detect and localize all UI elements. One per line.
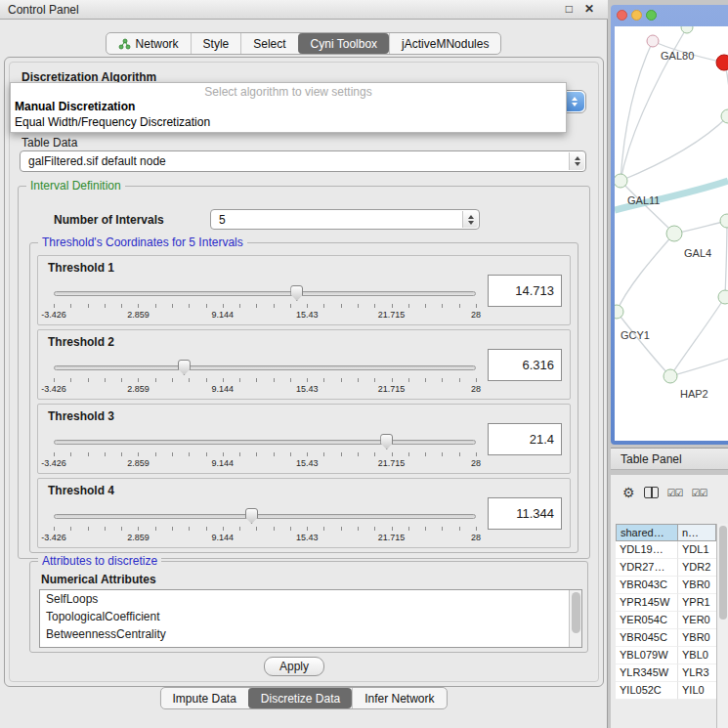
apply-button[interactable]: Apply [264, 657, 324, 676]
cell-shared-name[interactable]: YPR145W [616, 594, 678, 612]
threshold-4-value-field[interactable]: 11.344 [488, 497, 562, 530]
scrollbar-thumb[interactable] [719, 526, 727, 620]
table-scrollbar[interactable] [716, 524, 728, 728]
table-row[interactable]: YBR045C YBR0 [616, 629, 716, 647]
column-header-shared-name[interactable]: shared… [616, 524, 678, 541]
table-data-combobox[interactable]: galFiltered.sif default node [20, 150, 586, 172]
network-canvas[interactable]: GAL80 GAL11 GAL4 GCY1 HAP2 [615, 26, 728, 441]
table-row[interactable]: YLR345W YLR3 [616, 664, 716, 682]
zoom-traffic-light-icon[interactable] [646, 10, 657, 21]
scrollbar-thumb[interactable] [572, 592, 580, 633]
slider-track[interactable] [54, 440, 476, 445]
table-row[interactable]: YER054C YER0 [616, 612, 716, 629]
network-node-hap2[interactable] [664, 369, 677, 383]
tab-select[interactable]: Select [240, 33, 297, 54]
cell-shared-name[interactable]: YLR345W [616, 664, 678, 682]
tab-infer-network[interactable]: Infer Network [352, 688, 446, 708]
popup-option-manual-discretization[interactable]: Manual Discretization [11, 99, 566, 114]
cell-name[interactable]: YER0 [678, 612, 716, 629]
numerical-attributes-list[interactable]: SelfLoops TopologicalCoefficient Between… [39, 589, 582, 648]
combobox-stepper-icon[interactable] [462, 211, 478, 228]
list-item[interactable]: SelfLoops [40, 590, 581, 608]
table-row[interactable]: YDL19… YDL1 [616, 541, 716, 559]
threshold-4-slider[interactable] [54, 508, 476, 525]
control-panel-titlebar[interactable]: Control Panel □ ✕ [0, 0, 608, 20]
cell-name[interactable]: YDR2 [678, 559, 716, 577]
slider-track[interactable] [54, 514, 476, 519]
threshold-2-label: Threshold 2 [48, 335, 114, 349]
slider-thumb[interactable] [290, 285, 303, 301]
tab-cyni-toolbox[interactable]: Cyni Toolbox [298, 33, 389, 54]
table-row[interactable]: YDR27… YDR2 [616, 559, 716, 577]
select-all-checkboxes-icon[interactable]: ☑☑ [667, 488, 683, 498]
tab-select-label: Select [253, 37, 285, 51]
number-of-intervals-combobox[interactable]: 5 [210, 209, 480, 230]
list-scrollbar[interactable] [569, 590, 581, 647]
cell-name[interactable]: YDL1 [678, 541, 716, 559]
slider-track[interactable] [54, 291, 476, 296]
slider-thumb[interactable] [245, 508, 258, 524]
tab-impute-data[interactable]: Impute Data [160, 688, 247, 708]
column-header-name[interactable]: n… [678, 524, 716, 541]
table-panel-header[interactable]: Table Panel [611, 448, 728, 470]
table-panel-title: Table Panel [621, 452, 682, 466]
columns-icon[interactable] [644, 487, 659, 498]
scale-label: 21.715 [378, 384, 406, 394]
cell-name[interactable]: YIL0 [678, 682, 716, 700]
network-node-gal4[interactable] [666, 226, 682, 241]
network-node[interactable] [718, 290, 728, 304]
threshold-3-value-field[interactable]: 21.4 [488, 423, 562, 455]
network-graph[interactable] [615, 26, 728, 441]
close-window-icon[interactable]: ✕ [584, 2, 594, 16]
network-node-gcy1[interactable] [615, 305, 623, 319]
minimize-traffic-light-icon[interactable] [631, 10, 642, 21]
tab-style[interactable]: Style [191, 33, 241, 54]
slider-track[interactable] [54, 365, 476, 370]
cell-name[interactable]: YLR3 [678, 664, 716, 682]
slider-thumb[interactable] [178, 360, 191, 375]
tab-jactivemodules[interactable]: jActiveMNodules [389, 33, 500, 54]
popup-option-equal-width-frequency[interactable]: Equal Width/Frequency Discretization [11, 114, 566, 130]
cell-shared-name[interactable]: YDL19… [616, 541, 678, 559]
cell-name[interactable]: YPR1 [678, 594, 716, 612]
network-node-gal11[interactable] [615, 174, 627, 188]
select-none-checkboxes-icon[interactable]: ☑☑ [692, 488, 707, 498]
threshold-2-value-field[interactable]: 6.316 [488, 349, 562, 381]
tab-discretize-data-label: Discretize Data [261, 692, 340, 706]
table-row[interactable]: YBL079W YBL0 [616, 647, 716, 664]
cell-shared-name[interactable]: YBR043C [616, 577, 678, 594]
network-node-gal80[interactable] [647, 35, 659, 47]
cell-name[interactable]: YBR0 [678, 629, 716, 647]
table-data-selected-value: galFiltered.sif default node [28, 154, 166, 168]
tab-discretize-data[interactable]: Discretize Data [248, 688, 352, 708]
threshold-2-slider[interactable] [54, 360, 476, 376]
cell-name[interactable]: YBL0 [678, 647, 716, 664]
algorithm-dropdown-popup: Select algorithm to view settings Manual… [10, 82, 567, 133]
cell-shared-name[interactable]: YIL052C [616, 682, 678, 700]
cell-name[interactable]: YBR0 [678, 577, 716, 594]
table-row[interactable]: YIL052C YIL0 [616, 682, 716, 700]
cell-shared-name[interactable]: YBR045C [616, 629, 678, 647]
close-traffic-light-icon[interactable] [617, 10, 627, 21]
network-node-selected[interactable] [716, 55, 728, 70]
threshold-1-slider[interactable] [54, 285, 476, 302]
threshold-1-value-field[interactable]: 14.713 [488, 275, 562, 307]
cell-shared-name[interactable]: YER054C [616, 612, 678, 629]
table-row[interactable]: YPR145W YPR1 [616, 594, 716, 612]
list-item[interactable]: TopologicalCoefficient [40, 608, 581, 625]
table-browser-panel: ⚙ ☑☑ ☑☑ shared… n… YDL19… YDL1 YDR27… YD… [611, 475, 728, 728]
float-window-icon[interactable]: □ [566, 2, 573, 16]
table-row[interactable]: YBR043C YBR0 [616, 577, 716, 594]
slider-thumb[interactable] [380, 434, 393, 450]
tab-network[interactable]: Network [107, 33, 191, 54]
scale-label: 2.859 [127, 533, 150, 542]
threshold-3-slider[interactable] [54, 434, 476, 450]
network-node[interactable] [681, 26, 693, 33]
gear-icon[interactable]: ⚙ [622, 486, 635, 499]
combobox-stepper-icon[interactable] [569, 152, 584, 170]
cell-shared-name[interactable]: YDR27… [616, 559, 678, 577]
cell-shared-name[interactable]: YBL079W [616, 647, 678, 664]
network-node[interactable] [720, 214, 728, 228]
scale-label: -3.426 [41, 458, 66, 468]
list-item[interactable]: BetweennessCentrality [40, 625, 581, 643]
